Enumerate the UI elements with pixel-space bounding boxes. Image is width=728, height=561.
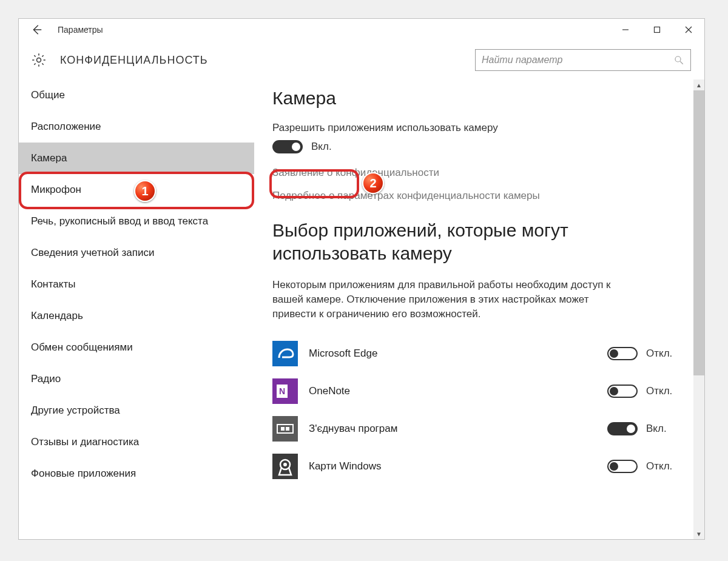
search-box[interactable] [475,49,691,71]
sidebar-item-10[interactable]: Другие устройства [19,395,254,426]
app-name: З'єднувач програм [309,423,607,435]
allow-camera-label: Разрешить приложениям использовать камер… [272,122,686,134]
sidebar-item-11[interactable]: Отзывы и диагностика [19,426,254,458]
gear-icon [31,52,47,68]
app-name: Microsoft Edge [309,348,607,360]
app-toggle-text: Откл. [646,460,672,472]
app-toggle-text: Откл. [646,348,672,360]
scroll-down-arrow[interactable]: ▼ [693,528,704,539]
scrollbar-thumb[interactable] [693,90,704,375]
titlebar: Параметры [19,19,704,41]
app-title: Параметры [58,25,103,35]
scrollbar-track[interactable]: ▲ ▼ [693,79,704,539]
app-toggle-wrap: Вкл. [607,422,686,435]
camera-master-toggle-row: Вкл. [272,140,686,153]
sidebar-item-5[interactable]: Сведения учетной записи [19,237,254,269]
svg-point-4 [37,58,41,62]
maximize-button[interactable] [641,19,673,41]
sidebar-item-0[interactable]: Общие [19,79,254,111]
apps-section-title: Выбор приложений, которые могут использо… [272,219,686,266]
section-title: КОНФИДЕНЦИАЛЬНОСТЬ [60,54,208,67]
app-toggle-wrap: Откл. [607,460,686,473]
app-name: Карти Windows [309,460,607,472]
search-input[interactable] [482,55,673,66]
close-button[interactable] [673,19,704,41]
sidebar-item-4[interactable]: Речь, рукописный ввод и ввод текста [19,206,254,237]
onenote-icon: N [272,378,298,404]
svg-line-6 [680,61,683,64]
app-toggle-wrap: Откл. [607,385,686,398]
app-row-3: Карти WindowsОткл. [272,448,686,485]
svg-rect-14 [286,427,289,431]
privacy-statement-link[interactable]: Заявление о конфиденциальности [272,167,686,179]
svg-point-5 [675,56,681,62]
svg-rect-13 [281,427,285,431]
svg-point-17 [283,463,287,466]
camera-master-toggle-text: Вкл. [311,141,332,153]
svg-rect-11 [272,416,298,442]
app-row-2: З'єднувач програмВкл. [272,410,686,448]
sidebar-item-8[interactable]: Обмен сообщениями [19,332,254,363]
app-toggle-text: Вкл. [646,423,667,435]
sidebar-item-1[interactable]: Расположение [19,111,254,143]
settings-window: Параметры КОНФИДЕНЦИАЛЬНОСТЬ [18,18,705,540]
back-button[interactable] [30,23,43,36]
window-controls [610,19,704,41]
sidebar-item-2[interactable]: Камера [19,143,254,174]
sidebar-item-3[interactable]: Микрофон [19,174,254,206]
page-title: Камера [272,88,686,109]
app-toggle-text: Откл. [646,385,672,397]
app-row-1: NOneNoteОткл. [272,372,686,410]
content-pane: Камера Разрешить приложениям использоват… [254,79,704,539]
app-toggle-2[interactable] [607,422,638,435]
search-icon [673,55,684,66]
learn-more-link[interactable]: Подробнее о параметрах конфиденциальност… [272,190,686,202]
app-toggle-3[interactable] [607,460,638,473]
sidebar-item-7[interactable]: Календарь [19,300,254,332]
svg-rect-1 [655,27,660,33]
body: ОбщиеРасположениеКамераМикрофонРечь, рук… [19,79,704,539]
apps-list: Microsoft EdgeОткл.NOneNoteОткл.З'єднува… [272,335,686,485]
maps-icon [272,454,298,479]
app-toggle-0[interactable] [607,347,638,360]
svg-rect-7 [272,341,298,366]
sidebar-item-9[interactable]: Радио [19,363,254,395]
camera-master-toggle[interactable] [272,140,303,153]
sidebar-item-6[interactable]: Контакты [19,269,254,300]
app-name: OneNote [309,385,607,397]
app-row-0: Microsoft EdgeОткл. [272,335,686,372]
connector-icon [272,416,298,442]
minimize-button[interactable] [610,19,641,41]
apps-section-description: Некоторым приложениям для правильной раб… [272,278,618,321]
edge-icon [272,341,298,366]
svg-text:N: N [279,386,285,396]
app-toggle-1[interactable] [607,385,638,398]
header: КОНФИДЕНЦИАЛЬНОСТЬ [19,41,704,79]
scroll-up-arrow[interactable]: ▲ [693,79,704,90]
sidebar: ОбщиеРасположениеКамераМикрофонРечь, рук… [19,79,254,539]
app-toggle-wrap: Откл. [607,347,686,360]
sidebar-item-12[interactable]: Фоновые приложения [19,458,254,489]
